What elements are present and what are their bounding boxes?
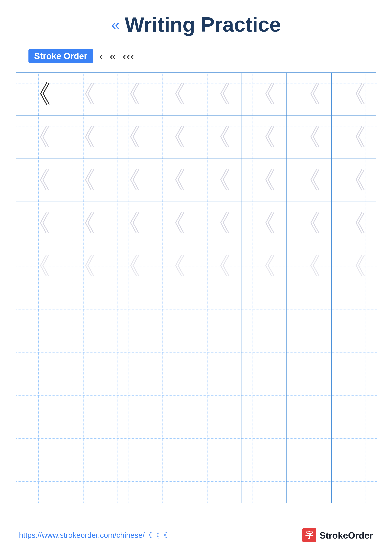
grid-row-9 (16, 417, 376, 460)
grid-cell-7-1[interactable] (16, 331, 61, 374)
grid-cell-2-8[interactable]: 《 (332, 116, 377, 159)
grid-cell-9-1[interactable] (16, 417, 61, 460)
grid-cell-4-4[interactable]: 《 (151, 202, 196, 245)
char-solid: 《 (26, 81, 51, 107)
grid-cell-1-5[interactable]: 《 (196, 73, 242, 116)
grid-cell-4-7[interactable]: 《 (286, 202, 332, 245)
grid-cell-9-4[interactable] (151, 417, 196, 460)
grid-cell-1-1[interactable]: 《 (16, 73, 61, 116)
grid-cell-5-6[interactable]: 《 (242, 245, 286, 288)
grid-cell-9-2[interactable] (61, 417, 106, 460)
grid-cell-3-5[interactable]: 《 (196, 159, 242, 202)
grid-cell-6-6[interactable] (242, 288, 286, 331)
grid-row-3: 《 《 《 (16, 159, 376, 202)
grid-cell-2-1[interactable]: 《 (16, 116, 61, 159)
grid-cell-9-8[interactable] (332, 417, 377, 460)
stroke-order-chars: ‹ « ‹‹‹ (99, 49, 134, 63)
grid-cell-8-4[interactable] (151, 374, 196, 417)
grid-cell-10-1[interactable] (16, 460, 61, 503)
grid-cell-8-1[interactable] (16, 374, 61, 417)
stroke-char-3: ‹‹‹ (122, 49, 134, 63)
grid-cell-8-8[interactable] (332, 374, 377, 417)
grid-cell-9-7[interactable] (286, 417, 332, 460)
grid-cell-1-3[interactable]: 《 (106, 73, 151, 116)
grid-cell-7-5[interactable] (196, 331, 242, 374)
grid-cell-8-5[interactable] (196, 374, 242, 417)
footer-url[interactable]: https://www.strokeorder.com/chinese/《《《 (19, 530, 167, 540)
grid-row-5: 《 《 《 (16, 245, 376, 288)
grid-cell-1-8[interactable]: 《 (332, 73, 377, 116)
grid-cell-6-2[interactable] (61, 288, 106, 331)
grid-cell-4-1[interactable]: 《 (16, 202, 61, 245)
grid-cell-3-7[interactable]: 《 (286, 159, 332, 202)
grid-cell-5-7[interactable]: 《 (286, 245, 332, 288)
grid-cell-8-7[interactable] (286, 374, 332, 417)
grid-cell-4-5[interactable]: 《 (196, 202, 242, 245)
grid-row-4: 《 《 《 (16, 202, 376, 245)
grid-cell-4-2[interactable]: 《 (61, 202, 106, 245)
footer-logo-icon: 字 (302, 528, 316, 542)
grid-cell-7-8[interactable] (332, 331, 377, 374)
grid-cell-8-6[interactable] (242, 374, 286, 417)
grid-cell-2-7[interactable]: 《 (286, 116, 332, 159)
grid-cell-10-4[interactable] (151, 460, 196, 503)
grid-cell-10-7[interactable] (286, 460, 332, 503)
grid-cell-9-3[interactable] (106, 417, 151, 460)
grid-cell-6-7[interactable] (286, 288, 332, 331)
grid-cell-2-2[interactable]: 《 (61, 116, 106, 159)
grid-cell-2-5[interactable]: 《 (196, 116, 242, 159)
grid-cell-7-2[interactable] (61, 331, 106, 374)
grid-cell-5-1[interactable]: 《 (16, 245, 61, 288)
grid-cell-5-3[interactable]: 《 (106, 245, 151, 288)
stroke-char-2: « (110, 49, 116, 63)
grid-cell-2-4[interactable]: 《 (151, 116, 196, 159)
grid-cell-9-5[interactable] (196, 417, 242, 460)
grid-cell-6-5[interactable] (196, 288, 242, 331)
grid-row-1: 《 《 《 (16, 73, 376, 116)
grid-cell-7-7[interactable] (286, 331, 332, 374)
grid-cell-1-6[interactable]: 《 (242, 73, 286, 116)
grid-cell-7-4[interactable] (151, 331, 196, 374)
practice-grid: 《 《 《 (16, 73, 376, 503)
grid-cell-8-3[interactable] (106, 374, 151, 417)
grid-cell-10-5[interactable] (196, 460, 242, 503)
grid-cell-10-8[interactable] (332, 460, 377, 503)
stroke-order-badge: Stroke Order (29, 49, 93, 63)
grid-cell-4-8[interactable]: 《 (332, 202, 377, 245)
grid-cell-3-2[interactable]: 《 (61, 159, 106, 202)
grid-cell-8-2[interactable] (61, 374, 106, 417)
grid-cell-10-3[interactable] (106, 460, 151, 503)
grid-cell-4-3[interactable]: 《 (106, 202, 151, 245)
grid-cell-7-3[interactable] (106, 331, 151, 374)
grid-cell-6-3[interactable] (106, 288, 151, 331)
grid-cell-6-8[interactable] (332, 288, 377, 331)
grid-cell-7-6[interactable] (242, 331, 286, 374)
grid-row-2: 《 《 《 (16, 116, 376, 159)
title-area: « Writing Practice (111, 13, 281, 37)
grid-cell-3-1[interactable]: 《 (16, 159, 61, 202)
grid-cell-1-7[interactable]: 《 (286, 73, 332, 116)
stroke-char-1: ‹ (99, 49, 103, 63)
grid-cell-5-8[interactable]: 《 (332, 245, 377, 288)
footer: https://www.strokeorder.com/chinese/《《《 … (0, 528, 392, 542)
char-faint: 《 (72, 82, 95, 106)
grid-cell-5-5[interactable]: 《 (196, 245, 242, 288)
grid-cell-3-8[interactable]: 《 (332, 159, 377, 202)
grid-cell-10-6[interactable] (242, 460, 286, 503)
page-title: Writing Practice (125, 13, 281, 37)
grid-cell-1-2[interactable]: 《 (61, 73, 106, 116)
grid-cell-6-4[interactable] (151, 288, 196, 331)
grid-cell-3-6[interactable]: 《 (242, 159, 286, 202)
grid-cell-5-2[interactable]: 《 (61, 245, 106, 288)
grid-cell-4-6[interactable]: 《 (242, 202, 286, 245)
grid-cell-9-6[interactable] (242, 417, 286, 460)
grid-cell-3-3[interactable]: 《 (106, 159, 151, 202)
grid-cell-6-1[interactable] (16, 288, 61, 331)
grid-cell-3-4[interactable]: 《 (151, 159, 196, 202)
grid-row-8 (16, 374, 376, 417)
grid-cell-1-4[interactable]: 《 (151, 73, 196, 116)
grid-cell-10-2[interactable] (61, 460, 106, 503)
grid-cell-2-3[interactable]: 《 (106, 116, 151, 159)
grid-cell-5-4[interactable]: 《 (151, 245, 196, 288)
grid-cell-2-6[interactable]: 《 (242, 116, 286, 159)
